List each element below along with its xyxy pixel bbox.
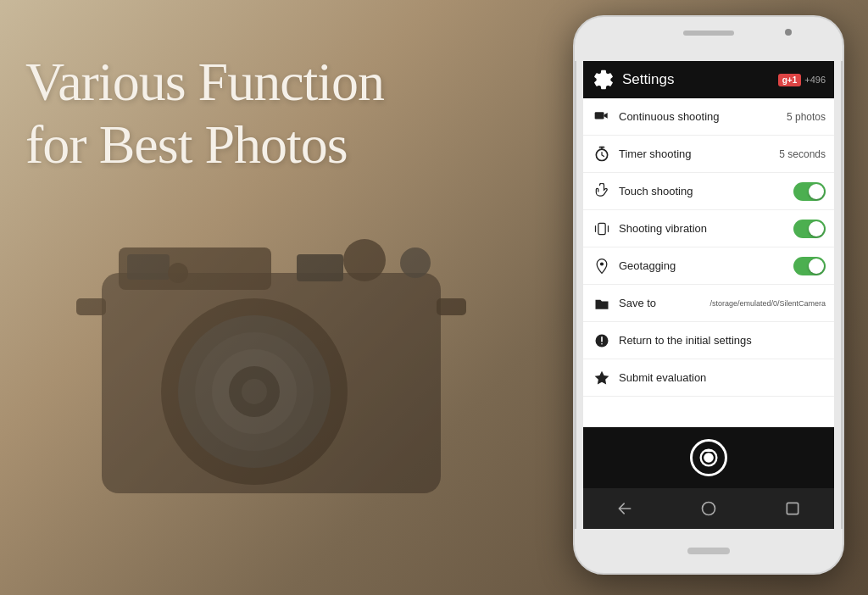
timer-shooting-item[interactable]: Timer shooting 5 seconds [583,136,834,173]
geotagging-item[interactable]: Geotagging [583,247,834,285]
reset-settings-label: Return to the initial settings [619,334,826,347]
phone-bottom-space [575,529,843,573]
save-to-label: Save to [619,297,709,309]
svg-rect-15 [595,112,604,119]
shooting-vibration-label: Shooting vibration [619,222,793,235]
toggle-knob-3 [809,259,824,274]
settings-title: Settings [622,71,778,88]
touch-shooting-icon [592,181,612,202]
continuous-shooting-label: Continuous shooting [619,110,787,123]
svg-rect-17 [598,223,605,234]
toggle-knob-2 [809,221,824,236]
folder-icon [592,293,612,314]
svg-rect-8 [76,298,106,315]
svg-point-22 [704,453,714,463]
svg-point-20 [601,342,603,344]
svg-point-7 [242,379,267,404]
phone-home-button [687,548,730,554]
hero-text: Various Function for Best Photos [25,51,384,175]
svg-rect-11 [297,254,343,281]
toggle-knob [809,184,824,199]
svg-rect-12 [127,254,170,280]
touch-shooting-toggle[interactable] [793,182,826,201]
reset-settings-item[interactable]: Return to the initial settings [583,322,834,359]
svg-rect-9 [437,298,466,315]
save-to-value: /storage/emulated/0/SilentCamera [709,299,826,308]
follower-count: +496 [804,75,826,85]
nav-bar [583,488,834,529]
hero-line1: Various Function [25,51,384,114]
phone-speaker [683,31,734,36]
warning-icon [592,331,612,351]
recents-nav-icon[interactable] [784,500,801,517]
continuous-shooting-item[interactable]: Continuous shooting 5 photos [583,98,834,136]
touch-shooting-label: Touch shooting [619,185,793,197]
svg-point-10 [343,239,386,281]
shooting-vibration-item[interactable]: Shooting vibration [583,210,834,247]
phone-top-bar [575,17,843,61]
svg-rect-24 [787,503,798,514]
camera-image [51,188,492,544]
save-to-item[interactable]: Save to /storage/emulated/0/SilentCamera [583,285,834,322]
camera-bar [583,427,834,488]
timer-shooting-label: Timer shooting [619,147,779,160]
phone-camera-dot [785,29,792,36]
gplus-badge: g+1 [778,74,802,86]
svg-point-14 [168,263,188,283]
geotagging-icon [592,256,612,276]
submit-evaluation-item[interactable]: Submit evaluation [583,359,834,397]
gear-icon [592,68,615,92]
geotagging-toggle[interactable] [793,257,826,275]
shooting-vibration-icon [592,219,612,239]
svg-point-23 [702,503,715,515]
svg-point-13 [400,247,431,278]
star-icon [592,368,612,388]
shutter-button[interactable] [690,439,727,476]
continuous-shooting-icon [592,107,612,127]
continuous-shooting-value: 5 photos [787,111,826,123]
shooting-vibration-toggle[interactable] [793,220,826,238]
submit-evaluation-label: Submit evaluation [619,371,826,384]
geotagging-label: Geotagging [619,259,793,272]
timer-shooting-icon [592,144,612,164]
timer-shooting-value: 5 seconds [779,148,826,160]
settings-list: Continuous shooting 5 photos Timer shoot… [583,98,834,427]
touch-shooting-item[interactable]: Touch shooting [583,173,834,210]
phone-frame: Settings g+1 +496 Continuous shooting 5 … [573,15,844,575]
svg-point-18 [600,262,604,265]
home-nav-icon[interactable] [700,500,717,517]
phone-screen: Settings g+1 +496 Continuous shooting 5 … [583,61,834,529]
hero-line2: for Best Photos [25,114,384,176]
back-nav-icon[interactable] [616,500,633,517]
settings-header: Settings g+1 +496 [583,61,834,98]
